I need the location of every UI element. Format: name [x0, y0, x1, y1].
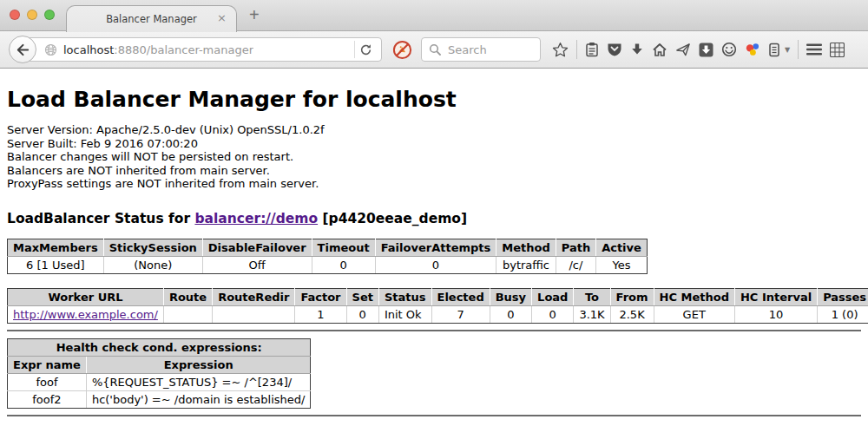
health-table-title: Health check cond. expressions: [8, 338, 311, 356]
balancer-demo-link[interactable]: balancer://demo [194, 211, 318, 226]
tab-balancer-manager[interactable]: Balancer Manager × [66, 5, 237, 32]
content-blocked-icon[interactable] [392, 40, 412, 60]
reload-icon[interactable] [355, 43, 377, 56]
search-input[interactable] [446, 43, 533, 57]
balancer-table-header-row: MaxMembers StickySession DisableFailover… [8, 239, 648, 256]
url-text[interactable]: localhost:8880/balancer-manager [63, 43, 253, 56]
window-zoom-button[interactable] [44, 10, 55, 20]
cell-passes: 1 (0) [818, 305, 868, 323]
column-header: DisableFailover [202, 239, 312, 256]
cell-from: 2.5K [610, 305, 654, 323]
cell-maxmembers: 6 [1 Used] [8, 256, 104, 273]
url-bar[interactable]: localhost:8880/balancer-manager [23, 37, 382, 62]
server-info: Server Version: Apache/2.5.0-dev (Unix) … [7, 123, 861, 191]
cell-worker-url: http://www.example.com/ [8, 305, 164, 323]
balancer-status-heading: LoadBalancer Status for balancer://demo … [7, 211, 861, 226]
balancer-table-row: 6 [1 Used] (None) Off 0 0 bytraffic /c/ … [8, 256, 648, 273]
cell-disablefailover: Off [202, 256, 312, 273]
new-tab-button[interactable]: + [244, 3, 265, 27]
globe-icon [44, 43, 57, 56]
balancers-note-line: Balancers are NOT inherited from main se… [7, 164, 861, 178]
column-header: Active [596, 239, 648, 256]
window-close-button[interactable] [10, 10, 20, 20]
server-built-line: Server Built: Feb 9 2016 07:00:20 [7, 137, 861, 151]
column-header: Passes [818, 288, 868, 305]
column-header: RouteRedir [213, 288, 295, 305]
cell-expr-name: foof2 [8, 390, 87, 408]
cell-load: 0 [532, 305, 574, 323]
panel-list-icon[interactable] [768, 42, 780, 57]
cell-route [163, 305, 212, 323]
column-header: Elected [431, 288, 490, 305]
health-table-title-row: Health check cond. expressions: [8, 338, 311, 356]
home-icon[interactable] [652, 43, 667, 57]
url-host: localhost [63, 43, 114, 56]
arrow-left-icon [16, 43, 30, 56]
back-button[interactable] [9, 36, 36, 63]
health-table-header-row: Expr name Expression [8, 356, 311, 373]
bottom-divider [7, 415, 861, 416]
column-header: FailoverAttempts [375, 239, 496, 256]
cell-set: 0 [346, 305, 378, 323]
worker-table-header-row: Worker URL Route RouteRedir Factor Set S… [8, 288, 868, 305]
bookmark-star-icon[interactable] [552, 42, 569, 58]
cell-factor: 1 [295, 305, 346, 323]
cell-status: Init Ok [378, 305, 431, 323]
cell-hc-method: GET [654, 305, 734, 323]
cell-path: /c/ [556, 256, 595, 273]
window-controls [10, 10, 55, 20]
download-arrow-icon[interactable] [630, 43, 644, 56]
clipboard-icon[interactable] [585, 42, 599, 57]
send-plane-icon[interactable] [675, 43, 691, 57]
tiles-grid-icon[interactable] [830, 43, 845, 57]
url-path: :8880/balancer-manager [114, 43, 253, 56]
smiley-icon[interactable] [721, 42, 737, 57]
box-download-icon[interactable] [699, 43, 713, 57]
proxypass-note-line: ProxyPass settings are NOT inherited fro… [7, 177, 861, 191]
worker-url-link[interactable]: http://www.example.com/ [13, 308, 158, 321]
column-header: Path [556, 239, 595, 256]
column-header: Expression [86, 356, 311, 373]
toolbar-divider [576, 40, 577, 59]
tab-bar: Balancer Manager × + [0, 0, 868, 31]
column-header: StickySession [103, 239, 202, 256]
heading-prefix: LoadBalancer Status for [7, 211, 194, 226]
cell-method: bytraffic [496, 256, 556, 273]
worker-table: Worker URL Route RouteRedir Factor Set S… [7, 288, 868, 324]
navigation-toolbar: localhost:8880/balancer-manager [0, 31, 868, 69]
menu-icon[interactable] [806, 43, 822, 56]
column-header: Worker URL [8, 288, 164, 305]
worker-table-row: http://www.example.com/ 1 0 Init Ok 7 0 … [8, 305, 868, 323]
cell-expression: hc('body') =~ /domain is established/ [86, 390, 311, 408]
search-bar[interactable] [421, 37, 541, 62]
browser-chrome: Balancer Manager × + localhost:8880/bala… [0, 0, 868, 69]
pocket-icon[interactable] [607, 42, 622, 57]
column-header: Timeout [312, 239, 375, 256]
column-header: Status [378, 288, 431, 305]
column-header: Busy [490, 288, 531, 305]
balancer-table: MaxMembers StickySession DisableFailover… [7, 239, 648, 274]
cell-to: 3.1K [574, 305, 610, 323]
persist-note-line: Balancer changes will NOT be persisted o… [7, 150, 861, 164]
column-header: Route [163, 288, 212, 305]
tab-title: Balancer Manager [106, 13, 197, 25]
column-header: HC Interval [734, 288, 817, 305]
column-header: Factor [295, 288, 346, 305]
toolbar-divider [798, 40, 799, 59]
cell-stickysession: (None) [103, 256, 202, 273]
heading-suffix: [p4420eeae_demo] [318, 211, 467, 226]
cell-timeout: 0 [312, 256, 375, 273]
column-header: Method [496, 239, 556, 256]
health-check-table: Health check cond. expressions: Expr nam… [7, 338, 311, 409]
tab-close-icon[interactable]: × [217, 12, 227, 23]
column-header: Load [532, 288, 574, 305]
chevron-down-icon[interactable]: ▼ [785, 46, 790, 54]
search-icon [429, 43, 441, 56]
page-content: Load Balancer Manager for localhost Serv… [0, 87, 868, 416]
cell-failoverattempts: 0 [375, 256, 496, 273]
health-table-row: foof2 hc('body') =~ /domain is establish… [8, 390, 311, 408]
column-header: MaxMembers [8, 239, 104, 256]
colored-dots-icon[interactable] [745, 42, 760, 57]
window-minimize-button[interactable] [27, 10, 37, 20]
page-title: Load Balancer Manager for localhost [7, 87, 861, 112]
